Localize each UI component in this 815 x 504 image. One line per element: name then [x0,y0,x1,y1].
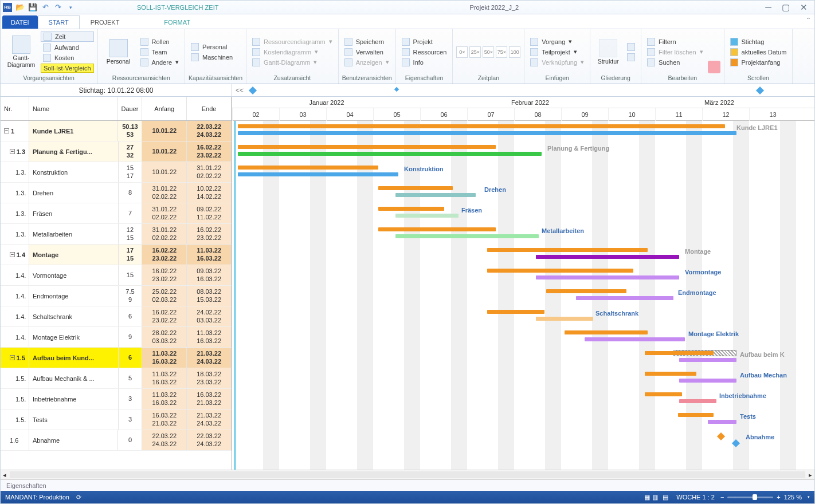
gantt-bar[interactable] [487,310,544,314]
tab-datei[interactable]: DATEI [2,15,38,29]
zoom-50-button[interactable]: 50× [483,46,494,58]
table-row[interactable]: −1Kunde LJRE150.135310.01.2222.03.2224.0… [1,121,232,141]
gantt-bar[interactable] [395,234,539,238]
gantt-bar[interactable] [238,166,378,170]
einf-vorgang-button[interactable]: Vorgang ▾ [528,37,586,46]
scroll-left-icon[interactable]: << [232,84,247,96]
collapse-icon[interactable]: − [10,355,15,360]
filter-loeschen-button[interactable]: Filter löschen ▾ [645,48,705,57]
status-view3-icon[interactable]: ▤ [663,494,668,501]
gantt-bar[interactable] [238,152,542,156]
zoom-out-icon[interactable]: − [720,494,724,501]
collapse-icon[interactable] [625,42,637,52]
tab-format[interactable]: FORMAT [153,15,201,29]
gantt-bar[interactable] [679,399,716,403]
gantt-bar[interactable] [536,275,679,279]
close-icon[interactable]: ✕ [800,2,808,13]
kap-maschinen-button[interactable]: Maschinen [189,53,235,62]
table-row[interactable]: 1.4.Endmontage7.5925.02.2202.03.2208.03.… [1,286,232,306]
scroll-anfang-button[interactable]: Projektanfang [728,58,789,67]
maximize-icon[interactable]: ▢ [782,2,790,13]
table-row[interactable]: 1.3.Konstruktion151710.01.2231.01.2202.0… [1,162,232,183]
gantt-diagramm-button[interactable]: Gantt-Diagramm [4,33,38,71]
gantt-bar[interactable] [645,372,696,376]
col-name[interactable]: Name [29,97,119,120]
table-row[interactable]: 1.4.Schaltschrank616.02.2223.02.2224.02.… [1,306,232,327]
einf-verknuepfung-button[interactable]: Verknüpfung ▾ [528,58,586,67]
gantt-bar[interactable] [576,296,673,300]
einf-teilprojekt-button[interactable]: Teilprojekt ▾ [528,48,586,57]
gantt-bar[interactable] [645,392,682,396]
col-dauer[interactable]: Dauer [118,97,142,120]
gantt-bar[interactable] [238,145,496,149]
zeit-button[interactable]: Zeit [41,32,94,42]
gantt-bar[interactable] [585,337,685,341]
collapse-icon[interactable]: − [4,128,9,133]
scroll-aktuelles-button[interactable]: aktuelles Datum [728,48,789,57]
col-anfang[interactable]: Anfang [142,97,187,120]
gantt-bar[interactable] [395,214,459,218]
table-row[interactable]: 1.3.Fräsen731.01.2202.02.2209.02.2211.02… [1,203,232,224]
table-row[interactable]: 1.3.Metallarbeiten121531.01.2202.02.2216… [1,224,232,245]
zusatz-gantt-button[interactable]: Gantt-Diagramm ▾ [250,58,335,67]
eig-info-button[interactable]: Info [399,58,449,67]
rollen-button[interactable]: Rollen [138,37,181,46]
table-row[interactable]: 1.4.Vormontage1516.02.2223.02.2209.03.22… [1,265,232,286]
expand-icon[interactable] [625,53,637,62]
save-icon[interactable]: 💾 [28,3,37,12]
gantt-bar[interactable] [679,358,736,362]
table-row[interactable]: 1.5.Tests316.03.2221.03.2221.03.2224.03.… [1,410,232,430]
gantt-bar[interactable] [645,351,714,355]
aufwand-button[interactable]: Aufwand [41,43,94,52]
eig-ressourcen-button[interactable]: Ressourcen [399,48,449,57]
kosten-button[interactable]: Kosten [41,53,94,62]
ribbon-collapse-icon[interactable]: ˆ [802,14,814,29]
gantt-bar[interactable] [678,413,714,417]
gantt-bar[interactable] [565,330,648,334]
ressourcendiagramm-button[interactable]: Ressourcendiagramm ▾ [250,37,335,46]
gantt-bar[interactable] [238,131,736,135]
eig-projekt-button[interactable]: Projekt [399,37,449,46]
kap-personal-button[interactable]: Personal [189,42,235,52]
gantt-bar[interactable] [546,289,626,293]
minimize-icon[interactable]: ─ [765,2,771,13]
horizontal-scrollbar[interactable]: ◂ ▸ [1,470,814,479]
open-icon[interactable]: 📂 [15,3,25,12]
table-row[interactable]: −1.4Montage171516.02.2223.02.2211.03.221… [1,245,232,265]
redo-icon[interactable]: ↷ [53,3,62,12]
gantt-bar[interactable] [378,186,453,190]
struktur-button[interactable]: Struktur [594,33,622,71]
tab-projekt[interactable]: PROJEKT [80,15,131,29]
refresh-icon[interactable]: ⟳ [76,494,81,501]
qat-dropdown-icon[interactable]: ▾ [66,3,75,12]
speichern-button[interactable]: Speichern [342,37,391,46]
table-row[interactable]: −1.5Aufbau beim Kund...611.03.2216.03.22… [1,348,232,368]
eraser-icon[interactable] [708,61,720,73]
verwalten-button[interactable]: Verwalten [342,48,391,57]
scroll-stichtag-button[interactable]: Stichtag [728,37,789,46]
gantt-chart[interactable]: Januar 2022Februar 2022März 2022 0203040… [232,97,814,470]
filtern-button[interactable]: Filtern [645,37,705,46]
gantt-bar[interactable] [679,379,736,383]
milestone-icon[interactable] [717,432,725,440]
gantt-bar[interactable] [238,172,398,176]
gantt-bar[interactable] [708,420,736,424]
gantt-bar[interactable] [487,269,633,273]
col-nr[interactable]: Nr. [1,97,29,120]
kostendiagramm-button[interactable]: Kostendiagramm ▾ [250,48,335,57]
soll-ist-vergleich-button[interactable]: Soll-Ist-Vergleich [41,64,94,73]
table-row[interactable]: 1.5.Aufbau Mechanik & ...511.03.2216.03.… [1,368,232,389]
gantt-bar[interactable] [487,248,648,252]
anzeigen-button[interactable]: Anzeigen ▾ [342,58,391,67]
personal-button[interactable]: Personal [101,33,136,71]
zoom-25-button[interactable]: 25× [469,46,481,58]
zoom-75-button[interactable]: 75× [496,46,507,58]
tab-start[interactable]: START [38,15,80,29]
zoom-100-button[interactable]: 100 [509,46,520,58]
gantt-bar[interactable] [378,227,496,231]
collapse-icon[interactable]: − [10,149,15,154]
andere-button[interactable]: Andere ▾ [138,58,181,67]
table-row[interactable]: 1.5.Inbetriebnahme311.03.2216.03.2216.03… [1,389,232,410]
table-row[interactable]: −1.3Planung & Fertigu...273210.01.2216.0… [1,141,232,162]
gantt-bar[interactable] [395,193,476,197]
